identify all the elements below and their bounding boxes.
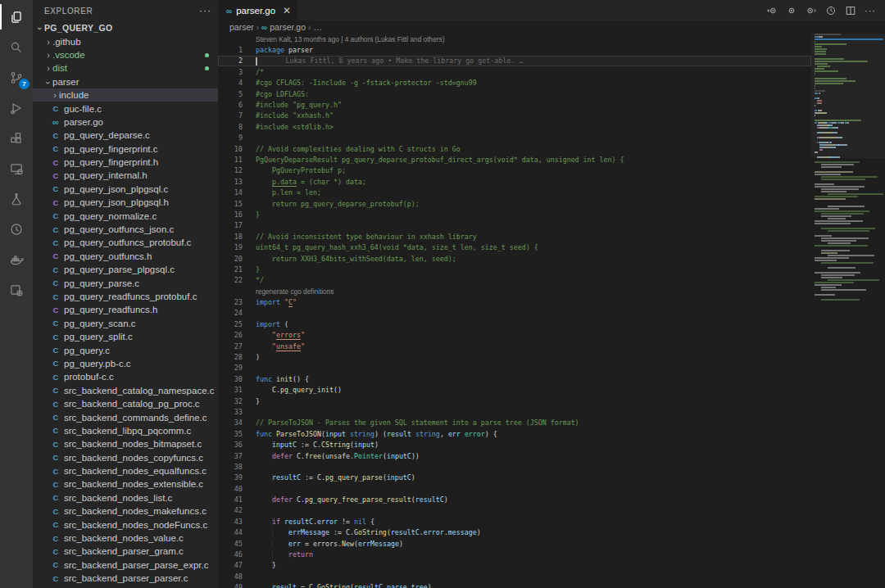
tree-item-pg-query-json-plpgsql.c[interactable]: Cpg_query_json_plpgsql.c [33,183,218,196]
tree-item-.github[interactable]: ›.github [33,34,218,47]
minimap[interactable] [811,34,885,588]
tree-item-src-backend-nodes-bitmapset.c[interactable]: Csrc_backend_nodes_bitmapset.c [33,437,218,450]
close-icon[interactable]: ✕ [283,5,291,16]
docker-icon[interactable] [0,244,33,274]
tree-item-src-backend-parser-parser.c[interactable]: Csrc_backend_parser_parser.c [33,572,218,585]
gitlens-file-blame-icon[interactable] [823,2,839,19]
run-debug-icon[interactable] [0,93,33,123]
tree-item-include[interactable]: ›include [33,88,218,102]
code-line-5[interactable]: 5#cgo LDFLAGS: [218,88,811,99]
tree-item-.vscode[interactable]: ›.vscode [33,48,218,61]
breadcrumb-item-parser.go[interactable]: ∞parser.go [261,22,306,32]
code-line-48[interactable]: 48 [218,571,811,581]
code-line-27[interactable]: 27 "unsafe" [218,341,811,351]
remote-explorer-icon[interactable] [0,153,33,183]
gitlens-icon[interactable] [0,214,33,244]
tree-item-pg-query-outfuncs-json.c[interactable]: Cpg_query_outfuncs_json.c [33,223,218,236]
code-line-26[interactable]: 26 "errors" [218,330,811,341]
tree-item-pg-query-scan.c[interactable]: Cpg_query_scan.c [33,317,218,330]
code-line-7[interactable]: 7#include "xxhash.h" [218,111,811,121]
testing-icon[interactable] [0,183,33,214]
code-line-14[interactable]: 14 p.len = len; [218,187,811,197]
tree-item-pg-query-internal.h[interactable]: Cpg_query_internal.h [33,169,218,182]
tree-item-pg-query-readfuncs.h[interactable]: Cpg_query_readfuncs.h [33,303,218,316]
tree-item-src-backend-nodes-extensible.c[interactable]: Csrc_backend_nodes_extensible.c [33,477,218,491]
tree-item-src-backend-nodes-makefuncs.c[interactable]: Csrc_backend_nodes_makefuncs.c [33,504,218,518]
tree-item-src-backend-commands-define.c[interactable]: Csrc_backend_commands_define.c [33,410,218,423]
code-line-24[interactable]: 24 [218,308,811,319]
code-line-42[interactable]: 42 [218,505,811,516]
code-editor[interactable]: Steven Kalt, 13 months ago | 4 authors (… [218,34,811,588]
code-line-36[interactable]: 36 inputC := C.CString(input) [218,439,811,450]
code-line-40[interactable]: 40 [218,483,811,494]
breadcrumb-item--[interactable]: … [313,22,322,32]
explorer-more-actions-icon[interactable]: ··· [199,5,211,16]
tree-item-src-backend-nodes-equalfuncs.c[interactable]: Csrc_backend_nodes_equalfuncs.c [33,464,218,477]
tree-item-pg-query.c[interactable]: Cpg_query.c [33,343,218,356]
code-lens-text[interactable]: Steven Kalt, 13 months ago | 4 authors (… [243,35,444,43]
tree-item-parser[interactable]: ›parser [33,75,218,88]
code-line-6[interactable]: 6#include "pg_query.h" [218,99,811,110]
code-line-18[interactable]: 18// Avoid inconsistent type behaviour i… [218,231,811,242]
tree-item-pg-query-deparse.c[interactable]: Cpg_query_deparse.c [33,129,218,142]
split-editor-icon[interactable] [842,2,859,19]
tree-item-src-backend-libpq-pqcomm.c[interactable]: Csrc_backend_libpq_pqcomm.c [33,424,218,437]
code-line-39[interactable]: 39 resultC := C.pg_query_parse(inputC) [218,473,811,483]
code-line-28[interactable]: 28) [218,351,811,362]
code-line-49[interactable]: 49 result = C.GoString(resultC.parse_tre… [218,582,811,588]
open-changes-icon[interactable] [783,2,800,19]
code-line-3[interactable]: 3/* [218,66,811,77]
code-line-35[interactable]: 35func ParseToJSON(input string) (result… [218,428,811,439]
extensions-icon[interactable] [0,123,33,153]
code-line-11[interactable]: 11PgQueryDeparseResult pg_query_deparse_… [218,154,811,165]
tab-parser.go[interactable]: ∞parser.go✕ [218,0,298,20]
code-line-17[interactable]: 17 [218,220,811,231]
code-line-13[interactable]: 13 p.data = (char *) data; [218,176,811,187]
tree-item-pg-query-outfuncs.h[interactable]: Cpg_query_outfuncs.h [33,250,218,263]
code-line-43[interactable]: 43 if resultC.error != nil { [218,516,811,527]
more-actions-icon[interactable]: ··· [862,2,878,19]
tree-item-pg-query-parse-plpgsql.c[interactable]: Cpg_query_parse_plpgsql.c [33,263,218,276]
code-line-34[interactable]: 34// ParseToJSON - Parses the given SQL … [218,418,811,428]
code-line-45[interactable]: 45 err = errors.New(errMessage) [218,538,811,549]
settings-sync-icon[interactable] [0,274,33,305]
code-line-30[interactable]: 30func init() { [218,373,811,384]
code-line-37[interactable]: 37 defer C.free(unsafe.Pointer(inputC)) [218,450,811,461]
code-line-9[interactable]: 9 [218,133,811,143]
tree-item-src-backend-nodes-copyfuncs.c[interactable]: Csrc_backend_nodes_copyfuncs.c [33,451,218,464]
code-line-31[interactable]: 31 C.pg_query_init() [218,385,811,396]
code-line-23[interactable]: 23import "C" [218,296,811,307]
tree-item-src-backend-parser-gram.c[interactable]: Csrc_backend_parser_gram.c [33,545,218,558]
tree-item-pg-query-readfuncs-protobuf.c[interactable]: Cpg_query_readfuncs_protobuf.c [33,290,218,303]
code-line-44[interactable]: 44 errMessage := C.GoString(resultC.erro… [218,527,811,538]
code-lens-text[interactable]: regenerate cgo definitions [243,287,334,296]
code-line-47[interactable]: 47 } [218,560,811,571]
tree-item-pg-query-fingerprint.h[interactable]: Cpg_query_fingerprint.h [33,156,218,169]
tree-root-pg-query-go[interactable]: ›PG_QUERY_GO [33,21,218,34]
search-icon[interactable] [0,32,33,62]
code-line-41[interactable]: 41 defer C.pg_query_free_parse_result(re… [218,494,811,504]
tree-item-pg-query-normalize.c[interactable]: Cpg_query_normalize.c [33,209,218,222]
source-control-icon[interactable]: 7 [0,62,33,93]
code-line-16[interactable]: 16} [218,209,811,219]
tree-item-dist[interactable]: ›dist [33,61,218,75]
previous-change-icon[interactable] [764,2,780,19]
tree-item-pg-query-split.c[interactable]: Cpg_query_split.c [33,330,218,343]
code-line-1[interactable]: 1package parser [218,44,811,55]
tree-item-pg-query-fingerprint.c[interactable]: Cpg_query_fingerprint.c [33,142,218,156]
code-line-38[interactable]: 38 [218,461,811,472]
minimap-slider[interactable] [811,34,885,158]
tree-item-src-backend-catalog-pg-proc.c[interactable]: Csrc_backend_catalog_pg_proc.c [33,397,218,410]
tree-item-src-backend-parser-parse-expr.c[interactable]: Csrc_backend_parser_parse_expr.c [33,559,218,572]
tree-item-src-backend-nodes-nodeFuncs.c[interactable]: Csrc_backend_nodes_nodeFuncs.c [33,518,218,531]
tree-item-src-backend-catalog-namespace.c[interactable]: Csrc_backend_catalog_namespace.c [33,384,218,397]
code-line-22[interactable]: 22*/ [218,275,811,286]
tree-item-pg-query-json-plpgsql.h[interactable]: Cpg_query_json_plpgsql.h [33,196,218,209]
tree-item-src-backend-nodes-value.c[interactable]: Csrc_backend_nodes_value.c [33,531,218,545]
code-line-33[interactable]: 33 [218,406,811,417]
code-line-20[interactable]: 20 return XXH3_64bits_withSeed(data, len… [218,253,811,264]
tree-item-pg-query-parse.c[interactable]: Cpg_query_parse.c [33,276,218,289]
breadcrumb-item-parser[interactable]: parser [229,22,254,32]
code-line-12[interactable]: 12 PgQueryProtobuf p; [218,165,811,176]
explorer-icon[interactable] [0,2,33,32]
